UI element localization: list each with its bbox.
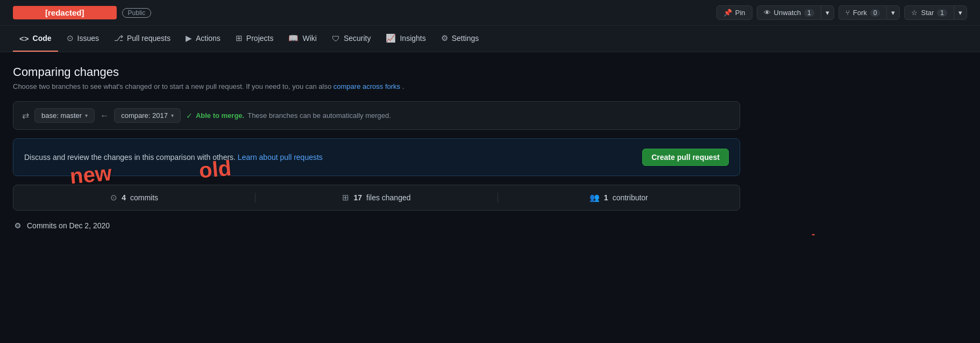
files-icon: ⊞ — [342, 193, 349, 202]
fork-icon: ⑂ — [846, 9, 850, 17]
star-dropdown[interactable]: ▾ — [954, 5, 967, 20]
files-label: files changed — [366, 193, 411, 202]
repo-name: [redacted] — [13, 6, 117, 19]
projects-icon: ⊞ — [236, 33, 243, 43]
arrow-left-icon: ← — [100, 111, 109, 121]
commits-date-row: Commits on Dec 2, 2020 — [15, 221, 740, 230]
fork-count: 0 — [870, 9, 880, 17]
star-button[interactable]: ☆ Star 1 — [904, 5, 954, 20]
contributors-stat: 👥 1 contributor — [498, 193, 740, 202]
tab-wiki[interactable]: 📖 Wiki — [282, 26, 323, 52]
commits-section: Commits on Dec 2, 2020 — [13, 221, 740, 235]
tab-code[interactable]: <> Code — [13, 26, 58, 52]
tab-actions[interactable]: ▶ Actions — [179, 26, 227, 52]
stats-bar: ⊙ 4 commits ⊞ 17 files changed 👥 1 contr… — [13, 185, 740, 211]
unwatch-label: Unwatch — [774, 9, 801, 17]
base-branch-arrow: ▾ — [85, 113, 88, 118]
visibility-badge: Public — [122, 8, 152, 18]
tab-pull-requests[interactable]: ⎇ Pull requests — [108, 26, 177, 52]
pin-icon: 📌 — [723, 9, 732, 17]
star-icon: ☆ — [911, 9, 918, 17]
issues-icon: ⊙ — [67, 33, 74, 43]
info-banner-main-text: Discuss and review the changes in this c… — [24, 153, 238, 162]
contributors-icon: 👥 — [590, 193, 600, 202]
tab-actions-label: Actions — [196, 34, 221, 43]
commits-count: 4 — [122, 193, 126, 202]
nav-tabs: <> Code ⊙ Issues ⎇ Pull requests ▶ Actio… — [0, 26, 980, 52]
tab-insights-label: Insights — [400, 34, 425, 43]
unwatch-button[interactable]: 👁 Unwatch 1 — [757, 5, 821, 20]
compare-branch-arrow: ▾ — [171, 113, 174, 118]
base-branch-label: base: master — [41, 111, 82, 120]
commits-icon: ⊙ — [110, 193, 117, 202]
contributors-label: contributor — [613, 193, 648, 202]
actions-icon: ▶ — [186, 33, 192, 43]
files-count: 17 — [353, 193, 362, 202]
star-label: Star — [921, 9, 934, 17]
comparing-subtitle-end: . — [402, 82, 404, 90]
compare-branch-select[interactable]: compare: 2017 ▾ — [114, 108, 181, 123]
unwatch-dropdown[interactable]: ▾ — [821, 5, 834, 20]
commits-date-label: Commits on Dec 2, 2020 — [27, 221, 110, 230]
pin-label: Pin — [735, 9, 745, 17]
merge-check-icon: ✓ — [186, 111, 193, 120]
tab-security[interactable]: 🛡 Security — [325, 26, 378, 52]
fork-button[interactable]: ⑂ Fork 0 — [839, 5, 887, 20]
security-icon: 🛡 — [332, 34, 340, 43]
comparing-subtitle-text: Choose two branches to see what's change… — [13, 82, 333, 90]
star-count: 1 — [937, 9, 947, 17]
tab-settings[interactable]: ⚙ Settings — [435, 26, 486, 52]
info-banner-text: Discuss and review the changes in this c… — [24, 153, 323, 162]
learn-pull-requests-link[interactable]: Learn about pull requests — [238, 153, 323, 162]
comparing-title: Comparing changes — [13, 65, 740, 79]
commits-stat: ⊙ 4 commits — [13, 193, 255, 202]
contributors-count: 1 — [604, 193, 608, 202]
fork-group: ⑂ Fork 0 ▾ — [839, 5, 900, 20]
pull-requests-icon: ⎇ — [114, 33, 123, 43]
compare-forks-link[interactable]: compare across forks — [333, 82, 400, 90]
base-branch-select[interactable]: base: master ▾ — [34, 108, 95, 123]
fork-label: Fork — [853, 9, 867, 17]
tab-issues-label: Issues — [77, 34, 99, 43]
red-arrow — [808, 230, 851, 235]
main-content: Comparing changes Choose two branches to… — [0, 52, 753, 235]
merge-status-label: Able to merge. — [196, 111, 244, 120]
tab-issues[interactable]: ⊙ Issues — [60, 26, 105, 52]
star-group: ☆ Star 1 ▾ — [904, 5, 967, 20]
comparing-subtitle: Choose two branches to see what's change… — [13, 82, 740, 90]
merge-status: ✓ Able to merge. These branches can be a… — [186, 111, 391, 120]
tab-projects[interactable]: ⊞ Projects — [229, 26, 280, 52]
top-actions: 📌 Pin 👁 Unwatch 1 ▾ ⑂ Fork 0 ▾ ☆ — [716, 5, 967, 20]
tab-wiki-label: Wiki — [302, 34, 316, 43]
settings-icon: ⚙ — [441, 33, 448, 43]
fork-dropdown[interactable]: ▾ — [886, 5, 900, 20]
insights-icon: 📈 — [386, 33, 396, 43]
top-bar: [redacted] Public 📌 Pin 👁 Unwatch 1 ▾ ⑂ … — [0, 0, 980, 26]
wiki-icon: 📖 — [288, 33, 299, 43]
tab-projects-label: Projects — [246, 34, 274, 43]
tab-settings-label: Settings — [452, 34, 479, 43]
pin-button[interactable]: 📌 Pin — [716, 5, 752, 20]
info-banner: Discuss and review the changes in this c… — [13, 138, 740, 176]
branch-bar: ⇄ base: master ▾ ← compare: 2017 ▾ ✓ Abl… — [13, 101, 740, 130]
tab-security-label: Security — [344, 34, 371, 43]
tab-code-label: Code — [33, 34, 52, 43]
timeline-dot — [15, 223, 20, 228]
unwatch-count: 1 — [804, 9, 814, 17]
tab-pull-requests-label: Pull requests — [127, 34, 171, 43]
branches-icon: ⇄ — [22, 110, 29, 121]
tab-insights[interactable]: 📈 Insights — [379, 26, 432, 52]
merge-detail: These branches can be automatically merg… — [247, 111, 391, 120]
code-icon: <> — [19, 34, 29, 43]
create-pull-request-button[interactable]: Create pull request — [642, 149, 729, 166]
compare-branch-label: compare: 2017 — [121, 111, 168, 120]
unwatch-group: 👁 Unwatch 1 ▾ — [757, 5, 834, 20]
files-stat: ⊞ 17 files changed — [255, 193, 498, 202]
eye-icon: 👁 — [764, 9, 771, 17]
commits-label: commits — [130, 193, 158, 202]
